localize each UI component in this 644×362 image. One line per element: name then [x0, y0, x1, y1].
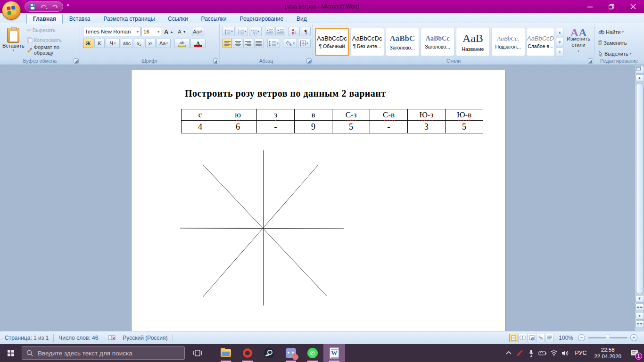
tray-language[interactable]: РУС [571, 350, 590, 356]
task-view-button[interactable] [187, 344, 208, 362]
superscript-button[interactable]: x² [145, 39, 156, 48]
document-canvas[interactable]: Построить розу ветров по данным 2 вариан… [0, 66, 644, 331]
tray-battery-icon[interactable] [537, 344, 548, 362]
style-heading2[interactable]: AaBbCc Заголово... [421, 28, 454, 56]
scroll-down-arrow[interactable]: ▼ [636, 295, 644, 303]
start-button[interactable] [0, 344, 22, 362]
show-paragraph-marks-button[interactable]: ¶ [301, 27, 311, 36]
tab-glavnaya[interactable]: Главная [26, 14, 63, 24]
style-subtitle[interactable]: AaBbCc. Подзагол... [491, 28, 525, 56]
fullscreen-reading-view-button[interactable] [518, 334, 527, 342]
bullets-button[interactable]: ▾ [223, 27, 235, 36]
cut-button[interactable]: ✂ Вырезать [25, 25, 78, 35]
outline-view-button[interactable] [536, 334, 545, 342]
replace-button[interactable]: ab ac Заменить [596, 38, 642, 48]
highlight-color-button[interactable]: ab [174, 39, 190, 48]
proofing-status[interactable] [103, 331, 121, 344]
shrink-font-button[interactable]: A▼ [176, 27, 188, 36]
restore-button[interactable] [601, 0, 622, 13]
italic-button[interactable]: К [94, 39, 105, 48]
minimize-button[interactable] [579, 0, 601, 13]
style-title[interactable]: AaB Название [456, 28, 490, 56]
tab-razmetka[interactable]: Разметка страницы [97, 14, 161, 24]
copy-button[interactable]: Копировать [25, 35, 78, 45]
tray-microphone-icon[interactable] [526, 344, 537, 362]
bold-button[interactable]: Ж [83, 39, 93, 48]
font-dialog-launcher[interactable]: ◢ [213, 58, 218, 64]
justify-button[interactable] [254, 39, 264, 48]
close-button[interactable] [622, 0, 644, 13]
tray-clock[interactable]: 22:58 22.04.2020 [590, 346, 625, 360]
page-indicator[interactable]: Страница: 1 из 1 [0, 331, 53, 344]
document-page[interactable]: Построить розу ветров по данным 2 вариан… [131, 70, 505, 331]
change-case-button[interactable]: Aa▾ [157, 39, 171, 48]
zoom-slider-track[interactable] [588, 337, 627, 338]
notification-center-button[interactable]: 1 [625, 344, 644, 362]
numbering-button[interactable]: 123▾ [236, 27, 248, 36]
underline-button[interactable]: Ч▾ [106, 39, 120, 48]
zoom-slider-thumb[interactable] [606, 335, 610, 341]
taskbar-steam[interactable] [258, 344, 280, 362]
shading-button[interactable]: ▾ [284, 39, 297, 48]
change-styles-button[interactable]: AA Изменить стили ▾ [565, 27, 592, 57]
browse-object-button[interactable]: ● [636, 312, 644, 320]
tab-vstavka[interactable]: Вставка [63, 14, 97, 24]
word-count[interactable]: Число слов: 46 [54, 331, 103, 344]
taskbar-whatsapp[interactable]: ✆ [302, 344, 323, 362]
style-subtle-emphasis[interactable]: AaBbCcD Слабое в... [527, 28, 555, 56]
previous-page-button[interactable]: ⏶⏶ [636, 304, 644, 311]
align-left-button[interactable] [223, 39, 232, 48]
subscript-button[interactable]: x₂ [134, 39, 144, 48]
line-spacing-button[interactable]: ▾ [267, 39, 280, 48]
grow-font-button[interactable]: A▲ [162, 27, 175, 36]
zoom-out-button[interactable]: − [578, 334, 585, 341]
scrollbar-thumb[interactable] [636, 83, 644, 294]
tab-rassylki[interactable]: Рассылки [195, 14, 233, 24]
paragraph-dialog-launcher[interactable]: ◢ [306, 58, 312, 64]
style-no-spacing[interactable]: AaBbCcDc ¶ Без инте... [350, 28, 384, 56]
tab-vid[interactable]: Вид [290, 14, 314, 24]
ruler-toggle-button[interactable] [636, 66, 644, 74]
clear-formatting-button[interactable]: Aa [192, 27, 204, 36]
next-page-button[interactable]: ⏷⏷ [636, 321, 644, 328]
tab-recenzirovanie[interactable]: Рецензирование [233, 14, 290, 24]
style-heading1[interactable]: AaBbC Заголово... [386, 28, 420, 56]
align-center-button[interactable] [233, 39, 242, 48]
search-input[interactable] [37, 349, 169, 357]
select-button[interactable]: Выделить▾ [596, 49, 642, 58]
styles-gallery-expand[interactable]: ⇳ [556, 48, 563, 57]
language-indicator[interactable]: Русский (Россия) [121, 331, 172, 344]
tray-pen-icon[interactable] [514, 344, 526, 362]
format-painter-button[interactable]: Формат по образцу [25, 45, 78, 55]
find-button[interactable]: Найти▾ [596, 27, 642, 37]
paste-button[interactable]: Вставить ▾ [2, 25, 25, 55]
tray-wifi-icon[interactable] [548, 344, 560, 362]
taskbar-file-explorer[interactable] [215, 344, 237, 362]
styles-scroll-up[interactable]: ▲ [556, 28, 563, 37]
zoom-in-button[interactable]: + [630, 334, 637, 341]
increase-indent-button[interactable] [275, 27, 285, 36]
borders-button[interactable]: ▾ [298, 39, 311, 48]
taskbar-word-active[interactable]: W [323, 344, 345, 362]
clipboard-dialog-launcher[interactable]: ◢ [74, 58, 79, 64]
strikethrough-button[interactable]: abc [121, 39, 133, 48]
align-right-button[interactable] [243, 39, 253, 48]
font-size-combo[interactable]: 16▾ [141, 27, 161, 36]
styles-dialog-launcher[interactable]: ◢ [588, 58, 593, 64]
print-layout-view-button[interactable] [509, 334, 518, 342]
office-button[interactable] [2, 1, 21, 20]
multilevel-list-button[interactable]: ▾ [249, 27, 261, 36]
font-color-button[interactable]: А [190, 39, 206, 48]
taskbar-discord[interactable] [280, 344, 302, 362]
taskbar-search-box[interactable] [22, 346, 185, 360]
draft-view-button[interactable] [545, 334, 554, 342]
style-normal[interactable]: AaBbCcDc ¶ Обычный [315, 28, 349, 56]
zoom-level[interactable]: 100% [559, 335, 573, 341]
vertical-scrollbar[interactable]: ▲ ▼ ⏶⏶ ● ⏷⏷ [635, 66, 644, 331]
wind-rose-drawing[interactable] [132, 70, 506, 331]
taskbar-opera[interactable] [237, 344, 258, 362]
font-family-combo[interactable]: Times New Roman▾ [83, 27, 140, 36]
sort-button[interactable]: А Я ↓ [289, 27, 300, 36]
tray-chevron-icon[interactable] [503, 344, 514, 362]
tray-volume-icon[interactable] [560, 344, 571, 362]
